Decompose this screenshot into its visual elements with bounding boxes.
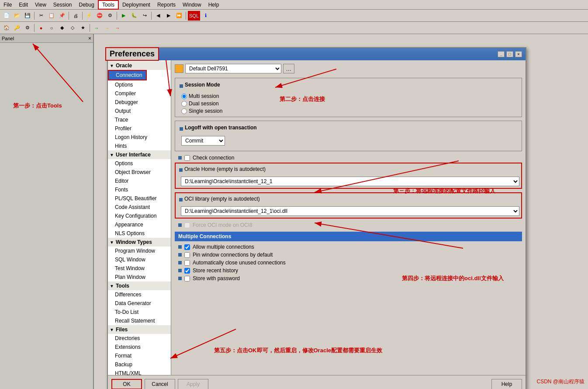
- menu-tools[interactable]: Tools: [98, 0, 119, 10]
- nav-output[interactable]: Output: [108, 107, 171, 115]
- oci-library-select[interactable]: D:\Learning\Oracle\instantclient_12_1\oc…: [181, 206, 519, 216]
- nav-sql-window[interactable]: SQL Window: [108, 255, 171, 264]
- menu-file[interactable]: File: [0, 1, 15, 9]
- nav-object-browser[interactable]: Object Browser: [108, 168, 171, 177]
- pin-window-label[interactable]: Pin window connections by default: [184, 252, 273, 258]
- force-oci-checkbox[interactable]: [184, 222, 190, 228]
- store-history-label[interactable]: Store recent history: [184, 267, 238, 274]
- nav-differences[interactable]: Differences: [108, 290, 171, 299]
- nav-recall-statement[interactable]: Recall Statement: [108, 316, 171, 325]
- tb2-icon3[interactable]: ⚙: [23, 23, 32, 33]
- allow-multiple-checkbox[interactable]: [184, 244, 190, 250]
- store-password-label[interactable]: Store with password: [184, 275, 240, 281]
- nav-program-window[interactable]: Program Window: [108, 247, 171, 255]
- auto-close-checkbox[interactable]: [184, 260, 190, 266]
- menu-help[interactable]: Help: [205, 1, 223, 9]
- ok-button[interactable]: OK: [111, 379, 142, 389]
- connection-more-button[interactable]: …: [283, 64, 294, 73]
- tb-run[interactable]: ▶: [119, 11, 128, 21]
- nav-todo-list[interactable]: To-Do List: [108, 308, 171, 316]
- help-button[interactable]: Help: [491, 379, 522, 389]
- tb2-icon4[interactable]: ●: [36, 23, 46, 33]
- nav-plsql-beautifier[interactable]: PL/SQL Beautifier: [108, 194, 171, 203]
- check-connection-checkbox[interactable]: [184, 155, 190, 161]
- tb2-arrow3[interactable]: →: [113, 23, 122, 33]
- tb-cut[interactable]: ✂: [36, 11, 46, 21]
- nav-trace[interactable]: Trace: [108, 115, 171, 124]
- store-history-checkbox[interactable]: [184, 268, 190, 274]
- nav-group-window-types[interactable]: ▼ Window Types: [108, 238, 171, 247]
- nav-fonts[interactable]: Fonts: [108, 185, 171, 194]
- tb2-arrow1[interactable]: →: [92, 23, 101, 33]
- nav-backup[interactable]: Backup: [108, 360, 171, 369]
- commit-select[interactable]: Commit: [181, 136, 225, 146]
- nav-options[interactable]: Options: [108, 80, 171, 89]
- tb-print[interactable]: 🖨: [71, 11, 80, 21]
- nav-connection[interactable]: Connection: [108, 70, 147, 80]
- tb-new[interactable]: 📄: [2, 11, 11, 21]
- tb-debug[interactable]: 🐛: [129, 11, 139, 21]
- nav-code-assistant[interactable]: Code Assistant: [108, 203, 171, 212]
- maximize-button[interactable]: □: [506, 51, 513, 57]
- store-password-checkbox[interactable]: [184, 276, 190, 281]
- minimize-button[interactable]: _: [498, 51, 505, 57]
- nav-group-tools[interactable]: ▼ Tools: [108, 281, 171, 290]
- menu-window[interactable]: Window: [179, 1, 205, 9]
- nav-editor[interactable]: Editor: [108, 177, 171, 185]
- nav-nls[interactable]: NLS Options: [108, 229, 171, 238]
- nav-profiler[interactable]: Profiler: [108, 124, 171, 133]
- nav-debugger[interactable]: Debugger: [108, 98, 171, 107]
- tb2-icon2[interactable]: 🔑: [12, 23, 22, 33]
- nav-appearance[interactable]: Appearance: [108, 220, 171, 229]
- tb-connect[interactable]: ⚡: [84, 11, 94, 21]
- radio-single-session[interactable]: Single session: [181, 108, 519, 114]
- close-button[interactable]: ×: [515, 51, 522, 57]
- nav-extensions[interactable]: Extensions: [108, 343, 171, 351]
- menu-debug[interactable]: Debug: [76, 1, 98, 9]
- pin-window-checkbox[interactable]: [184, 252, 190, 258]
- nav-data-generator[interactable]: Data Generator: [108, 299, 171, 308]
- tb-b3[interactable]: ⏩: [174, 11, 184, 21]
- check-connection-label[interactable]: Check connection: [184, 155, 234, 161]
- tb2-arrow2[interactable]: →: [102, 23, 112, 33]
- radio-dual-session[interactable]: Dual session: [181, 101, 519, 107]
- tb-sql[interactable]: SQL: [188, 11, 200, 21]
- nav-group-ui[interactable]: ▼ User Interface: [108, 150, 171, 159]
- nav-compiler[interactable]: Compiler: [108, 89, 171, 98]
- cancel-button[interactable]: Cancel: [145, 379, 175, 389]
- radio-multi-session[interactable]: Multi session: [181, 93, 519, 99]
- nav-test-window[interactable]: Test Window: [108, 264, 171, 273]
- nav-key-config[interactable]: Key Configuration: [108, 212, 171, 220]
- tb-save[interactable]: 💾: [23, 11, 32, 21]
- tb2-icon5[interactable]: ○: [47, 23, 56, 33]
- menu-reports[interactable]: Reports: [154, 1, 179, 9]
- allow-multiple-label[interactable]: Allow multiple connections: [184, 244, 254, 250]
- force-oci-label[interactable]: Force OCI mode on OCI8: [184, 222, 252, 228]
- tb-info[interactable]: ℹ: [201, 11, 211, 21]
- nav-format[interactable]: Format: [108, 351, 171, 360]
- apply-button[interactable]: Apply: [178, 379, 208, 389]
- tb-open[interactable]: 📂: [12, 11, 22, 21]
- tb-step[interactable]: ↪: [140, 11, 149, 21]
- nav-group-files[interactable]: ▼ Files: [108, 325, 171, 334]
- menu-view[interactable]: View: [31, 1, 50, 9]
- nav-logon-history[interactable]: Logon History: [108, 133, 171, 142]
- nav-group-oracle[interactable]: ▼ Oracle: [108, 61, 171, 70]
- tb-b2[interactable]: ▶: [164, 11, 173, 21]
- tb-disconnect[interactable]: ⛔: [95, 11, 104, 21]
- menu-edit[interactable]: Edit: [15, 1, 31, 9]
- nav-hints[interactable]: Hints: [108, 142, 171, 150]
- tb-paste[interactable]: 📌: [57, 11, 67, 21]
- tb2-icon6[interactable]: ◆: [57, 23, 67, 33]
- nav-plan-window[interactable]: Plan Window: [108, 273, 171, 281]
- tb-copy[interactable]: 📋: [47, 11, 56, 21]
- tb2-icon8[interactable]: ★: [78, 23, 88, 33]
- tb-settings[interactable]: ⚙: [105, 11, 115, 21]
- tb-b1[interactable]: ◀: [153, 11, 163, 21]
- nav-options2[interactable]: Options: [108, 159, 171, 168]
- tb2-icon7[interactable]: ◇: [68, 23, 77, 33]
- tb2-icon1[interactable]: 🏠: [2, 23, 11, 33]
- menu-deployment[interactable]: Deployment: [119, 1, 154, 9]
- menu-session[interactable]: Session: [50, 1, 76, 9]
- oracle-home-select[interactable]: D:\Learning\Oracle\instantclient_12_1: [181, 177, 519, 186]
